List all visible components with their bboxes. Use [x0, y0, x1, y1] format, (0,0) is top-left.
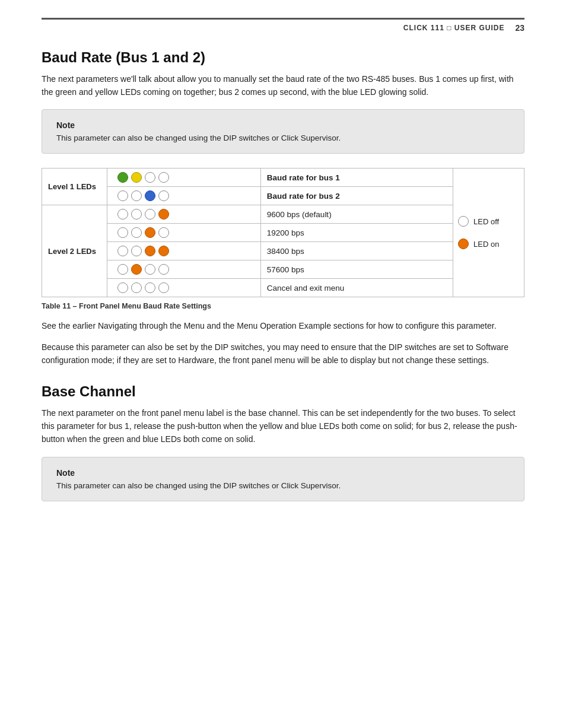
section1-body: The next parameters we'll talk about all… — [42, 73, 524, 98]
d4 — [158, 264, 169, 275]
d3 — [145, 227, 155, 238]
legend-led-on: LED on — [458, 239, 519, 249]
note-box-1: Note This parameter can also be changed … — [42, 109, 524, 154]
d4 — [158, 246, 169, 256]
table-row-57600: 57600 bps — [42, 260, 524, 279]
header-title: CLICK 111 □ USER GUIDE — [403, 24, 505, 32]
level1-dots-bus1 — [107, 169, 261, 187]
d1 — [117, 209, 128, 220]
table-row-level1-bus2: Baud rate for bus 2 — [42, 187, 524, 205]
dot-e3 — [158, 190, 169, 201]
dot-empty2 — [158, 172, 169, 183]
level2-dots-19200 — [107, 224, 261, 242]
note2-text: This parameter can also be changed using… — [56, 481, 510, 490]
d1 — [117, 264, 128, 275]
desc-9600: 9600 bps (default) — [260, 205, 453, 224]
d4 — [158, 227, 169, 238]
section1-title: Baud Rate (Bus 1 and 2) — [42, 49, 524, 66]
table-row-cancel: Cancel and exit menu — [42, 279, 524, 297]
dot-blue — [145, 190, 155, 201]
table-caption: Table 11 – Front Panel Menu Baud Rate Se… — [42, 302, 524, 310]
note1-title: Note — [56, 120, 510, 130]
header-page: 23 — [515, 23, 524, 33]
d1 — [117, 282, 128, 293]
note-box-2: Note This parameter can also be changed … — [42, 457, 524, 501]
led-table: Level 1 LEDs Baud rate for bus 1 LED off — [42, 168, 524, 297]
dot-green — [117, 172, 128, 183]
page: CLICK 111 □ USER GUIDE 23 Baud Rate (Bus… — [0, 0, 566, 539]
d3 — [145, 209, 155, 220]
dot-empty1 — [145, 172, 155, 183]
table-row-19200: 19200 bps — [42, 224, 524, 242]
table-row-9600: Level 2 LEDs 9600 bps (default) — [42, 205, 524, 224]
level2-dots-cancel — [107, 279, 261, 297]
dot-yellow — [131, 172, 142, 183]
bus2-label: Baud rate for bus 2 — [260, 187, 453, 205]
level2-label: Level 2 LEDs — [42, 205, 107, 297]
note2-title: Note — [56, 468, 510, 478]
dot-e1 — [117, 190, 128, 201]
d3 — [145, 246, 155, 256]
note1-text: This parameter can also be changed using… — [56, 133, 510, 142]
level1-label: Level 1 LEDs — [42, 169, 107, 205]
level2-dots-38400 — [107, 242, 261, 260]
dot-e2 — [131, 190, 142, 201]
desc-cancel: Cancel and exit menu — [260, 279, 453, 297]
d1 — [117, 227, 128, 238]
level2-dots-57600 — [107, 260, 261, 279]
level2-dots-9600 — [107, 205, 261, 224]
d2 — [131, 227, 142, 238]
desc-38400: 38400 bps — [260, 242, 453, 260]
legend-on-label: LED on — [473, 240, 499, 249]
legend-cell: LED off LED on — [453, 169, 524, 297]
d2 — [131, 209, 142, 220]
table-row-38400: 38400 bps — [42, 242, 524, 260]
legend-dot-on — [458, 239, 469, 249]
section2-body: The next parameter on the front panel me… — [42, 407, 524, 446]
level1-dots-bus2 — [107, 187, 261, 205]
d3 — [145, 282, 155, 293]
legend-off-label: LED off — [473, 217, 499, 226]
d3 — [145, 264, 155, 275]
d2 — [131, 282, 142, 293]
legend-dot-off — [458, 216, 469, 227]
desc-19200: 19200 bps — [260, 224, 453, 242]
bus1-label: Baud rate for bus 1 — [260, 169, 453, 187]
header-bar: CLICK 111 □ USER GUIDE 23 — [42, 18, 524, 39]
desc-57600: 57600 bps — [260, 260, 453, 279]
table-row-level1-bus1: Level 1 LEDs Baud rate for bus 1 LED off — [42, 169, 524, 187]
d2 — [131, 246, 142, 256]
d4 — [158, 209, 169, 220]
d1 — [117, 246, 128, 256]
section2-title: Base Channel — [42, 383, 524, 400]
body2: See the earlier Navigating through the M… — [42, 320, 524, 333]
d4 — [158, 282, 169, 293]
legend-led-off: LED off — [458, 216, 519, 227]
body3: Because this parameter can also be set b… — [42, 341, 524, 367]
d2 — [131, 264, 142, 275]
